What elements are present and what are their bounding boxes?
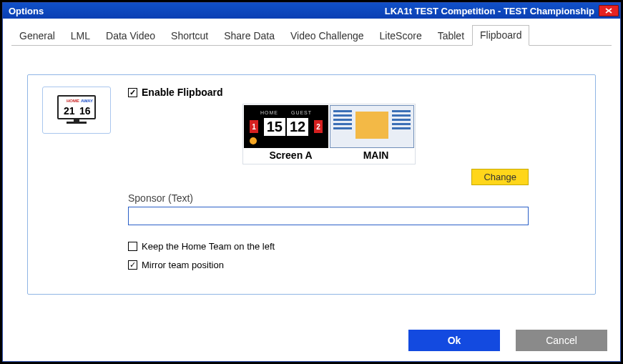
ok-button[interactable]: Ok — [408, 330, 500, 351]
cancel-button[interactable]: Cancel — [516, 330, 607, 351]
tab-label: Video Challenge — [290, 30, 364, 41]
tab-label: Shortcut — [171, 30, 208, 41]
keep-home-left-label: Keep the Home Team on the left — [142, 241, 275, 252]
enable-flipboard-checkbox[interactable] — [128, 88, 137, 97]
mirror-team-checkbox[interactable] — [128, 260, 137, 270]
tab-label: General — [19, 30, 55, 41]
preview-left-rank: 1 — [250, 120, 258, 133]
svg-text:AWAY: AWAY — [81, 99, 93, 103]
tab-litescore[interactable]: LiteScore — [372, 26, 430, 46]
tab-shortcut[interactable]: Shortcut — [163, 26, 216, 46]
window-title: Options — [9, 6, 44, 16]
svg-rect-7 — [67, 122, 87, 124]
tab-label: Flipboard — [480, 29, 521, 41]
preview-score-right: 12 — [287, 118, 308, 136]
titlebar: Options LKA1t TEST Competition - TEST Ch… — [3, 3, 620, 19]
tab-data-video[interactable]: Data Video — [98, 26, 163, 46]
preview-screen-a[interactable]: HOME GUEST 1 1512 2 — [244, 105, 328, 148]
close-icon — [605, 8, 612, 14]
preview-main[interactable] — [330, 105, 414, 148]
svg-text:21: 21 — [64, 105, 75, 117]
sponsor-label: Sponsor (Text) — [128, 192, 581, 204]
preview-label-main: MAIN — [363, 149, 389, 161]
svg-text:16: 16 — [79, 105, 91, 117]
volleyball-icon — [250, 137, 257, 144]
enable-flipboard-label: Enable Flipboard — [142, 87, 223, 98]
tab-label: Share Data — [224, 30, 275, 41]
tab-flipboard[interactable]: Flipboard — [472, 25, 529, 46]
tab-label: LiteScore — [380, 30, 422, 41]
tab-general[interactable]: General — [11, 26, 63, 46]
tab-label: LML — [71, 30, 90, 41]
window-subtitle: LKA1t TEST Competition - TEST Championsh… — [385, 6, 594, 16]
mirror-team-label: Mirror team position — [142, 260, 224, 270]
change-button[interactable]: Change — [471, 169, 529, 185]
svg-text:HOME: HOME — [67, 99, 79, 103]
tab-lml[interactable]: LML — [63, 26, 98, 46]
flipboard-icon: HOME AWAY 21 16 — [42, 87, 111, 134]
preview-score-left: 15 — [264, 118, 285, 136]
sponsor-input[interactable] — [128, 207, 529, 225]
preview-home-label: HOME — [260, 110, 278, 115]
tab-label: Tablet — [438, 30, 464, 41]
tab-label: Data Video — [106, 30, 155, 41]
tab-video-challenge[interactable]: Video Challenge — [283, 26, 372, 46]
svg-rect-6 — [74, 119, 79, 122]
close-button[interactable] — [599, 5, 619, 16]
screen-previews: HOME GUEST 1 1512 2 — [242, 104, 416, 164]
keep-home-left-checkbox[interactable] — [128, 242, 137, 251]
preview-right-rank: 2 — [314, 120, 323, 133]
preview-label-screen-a: Screen A — [270, 149, 313, 161]
tab-share-data[interactable]: Share Data — [216, 26, 283, 46]
tab-strip: General LML Data Video Shortcut Share Da… — [11, 26, 612, 46]
flipboard-panel: HOME AWAY 21 16 Enable Flipboard — [27, 74, 596, 295]
preview-guest-label: GUEST — [291, 110, 312, 115]
tab-tablet[interactable]: Tablet — [430, 26, 472, 46]
